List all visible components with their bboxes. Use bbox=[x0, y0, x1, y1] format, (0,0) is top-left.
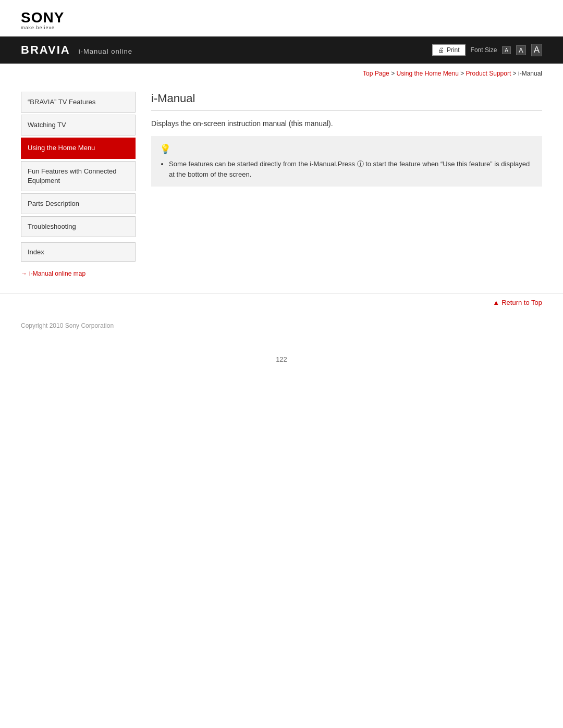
page-title: i-Manual bbox=[151, 92, 542, 111]
print-icon: 🖨 bbox=[438, 46, 444, 54]
bravia-left: BRAVIA i-Manual online bbox=[21, 43, 132, 57]
font-size-medium-button[interactable]: A bbox=[516, 45, 526, 55]
copyright-text: Copyright 2010 Sony Corporation bbox=[21, 322, 114, 329]
sidebar-item-watching-tv[interactable]: Watching TV bbox=[21, 115, 136, 135]
content-description: Displays the on-screen instruction manua… bbox=[151, 119, 542, 128]
breadcrumb-current: i-Manual bbox=[518, 70, 542, 77]
page-number: 122 bbox=[0, 340, 563, 374]
print-button[interactable]: 🖨 Print bbox=[432, 44, 466, 56]
bravia-subtitle: i-Manual online bbox=[79, 47, 132, 55]
sidebar-item-fun-features[interactable]: Fun Features with Connected Equipment bbox=[21, 161, 136, 191]
tip-list-item: Some features can be started directly fr… bbox=[169, 159, 534, 179]
sidebar-item-index[interactable]: Index bbox=[21, 242, 136, 262]
sidebar-map-link[interactable]: → i-Manual online map bbox=[21, 270, 136, 277]
breadcrumb: Top Page > Using the Home Menu > Product… bbox=[0, 64, 563, 81]
main-container: “BRAVIA” TV Features Watching TV Using t… bbox=[0, 81, 563, 277]
sidebar-item-bravia-tv-features[interactable]: “BRAVIA” TV Features bbox=[21, 92, 136, 113]
sidebar: “BRAVIA” TV Features Watching TV Using t… bbox=[21, 92, 136, 277]
bravia-banner: BRAVIA i-Manual online 🖨 Print Font Size… bbox=[0, 36, 563, 64]
sidebar-item-parts-description[interactable]: Parts Description bbox=[21, 193, 136, 214]
breadcrumb-top-page[interactable]: Top Page bbox=[363, 70, 389, 77]
tip-list: Some features can be started directly fr… bbox=[160, 159, 534, 179]
breadcrumb-using-home-menu[interactable]: Using the Home Menu bbox=[396, 70, 458, 77]
bravia-right: 🖨 Print Font Size A A A bbox=[432, 44, 542, 56]
return-top-bar: ▲ Return to Top bbox=[0, 293, 563, 312]
sony-tagline: make.believe bbox=[21, 25, 55, 30]
bravia-logo: BRAVIA bbox=[21, 43, 70, 57]
return-to-top-link[interactable]: ▲ Return to Top bbox=[493, 299, 542, 306]
breadcrumb-product-support[interactable]: Product Support bbox=[466, 70, 511, 77]
font-size-large-button[interactable]: A bbox=[531, 44, 542, 56]
top-bar: SONY make.believe bbox=[0, 0, 563, 36]
content-area: i-Manual Displays the on-screen instruct… bbox=[151, 92, 542, 277]
triangle-up-icon: ▲ bbox=[493, 299, 499, 306]
breadcrumb-sep2: > bbox=[459, 70, 466, 77]
breadcrumb-sep1: > bbox=[389, 70, 397, 77]
sony-logo: SONY make.believe bbox=[21, 9, 64, 30]
sidebar-item-troubleshooting[interactable]: Troubleshooting bbox=[21, 216, 136, 237]
tip-icon: 💡 bbox=[160, 143, 534, 155]
arrow-icon: → bbox=[21, 270, 27, 277]
sony-logo-text: SONY bbox=[21, 9, 64, 26]
sidebar-item-using-home-menu[interactable]: Using the Home Menu bbox=[21, 138, 136, 158]
breadcrumb-sep3: > bbox=[511, 70, 518, 77]
font-size-small-button[interactable]: A bbox=[502, 46, 511, 54]
footer: Copyright 2010 Sony Corporation bbox=[0, 312, 563, 340]
font-size-label: Font Size bbox=[471, 46, 497, 54]
tip-box: 💡 Some features can be started directly … bbox=[151, 136, 542, 187]
